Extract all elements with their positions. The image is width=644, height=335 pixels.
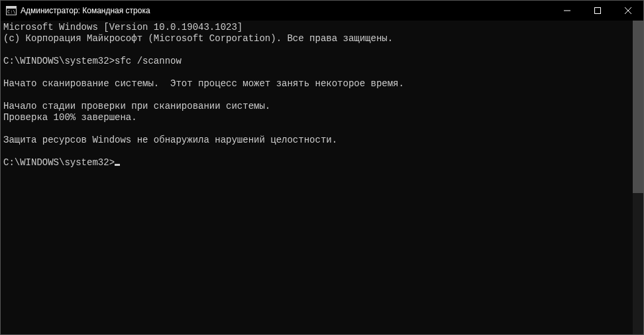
cursor — [115, 164, 120, 166]
prompt-path: C:\WINDOWS\system32> — [3, 56, 115, 66]
svg-text:C:\: C:\ — [7, 9, 16, 15]
maximize-button[interactable] — [582, 1, 613, 21]
cmd-icon: C:\ — [6, 5, 17, 16]
scrollbar-thumb[interactable] — [633, 21, 643, 193]
vertical-scrollbar[interactable] — [633, 21, 643, 334]
prompt-path: C:\WINDOWS\system32> — [3, 157, 115, 168]
output-line: Начато сканирование системы. Этот процес… — [3, 78, 404, 89]
svg-rect-1 — [7, 7, 16, 9]
console-output[interactable]: Microsoft Windows [Version 10.0.19043.10… — [1, 21, 633, 334]
command-prompt-window: C:\ Администратор: Командная строка Micr… — [0, 0, 644, 335]
window-controls — [552, 1, 643, 21]
output-line: Проверка 100% завершена. — [3, 112, 137, 123]
window-title: Администратор: Командная строка — [21, 6, 150, 15]
console-area: Microsoft Windows [Version 10.0.19043.10… — [1, 21, 643, 334]
svg-rect-4 — [595, 8, 601, 14]
close-button[interactable] — [613, 1, 643, 21]
output-line: Начало стадии проверки при сканировании … — [3, 101, 270, 111]
output-line: Microsoft Windows [Version 10.0.19043.10… — [3, 22, 242, 33]
minimize-button[interactable] — [552, 1, 582, 21]
titlebar[interactable]: C:\ Администратор: Командная строка — [1, 1, 643, 21]
output-line: Защита ресурсов Windows не обнаружила на… — [3, 135, 337, 145]
prompt-command: sfc /scannow — [115, 56, 182, 66]
output-line: (c) Корпорация Майкрософт (Microsoft Cor… — [3, 33, 393, 44]
